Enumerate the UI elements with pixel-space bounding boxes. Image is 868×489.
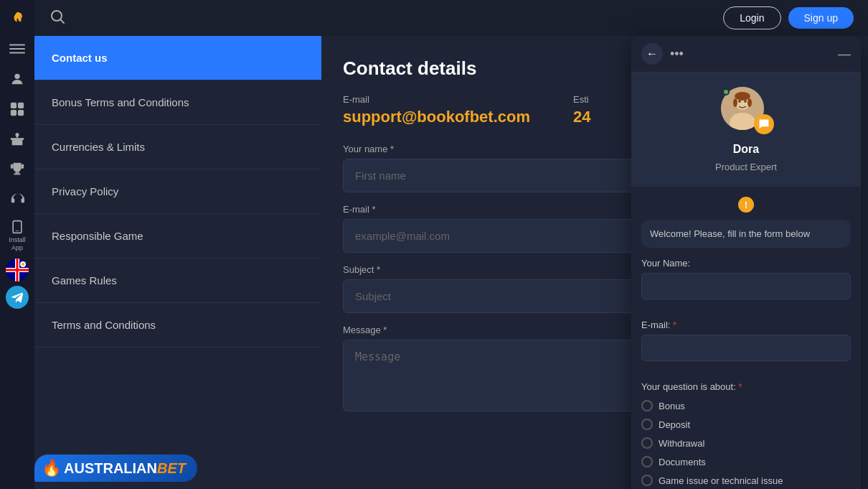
chat-widget: ← ••• — <box>631 36 861 489</box>
chat-email-input[interactable] <box>641 335 851 361</box>
chat-agent-area: Dora Product Expert <box>631 73 861 187</box>
radio-withdrawal[interactable]: Withdrawal <box>641 434 851 452</box>
radio-game-issue[interactable]: Game issue or technical issue <box>641 471 851 489</box>
chat-question-label: Your question is about: * <box>641 381 851 392</box>
radio-deposit[interactable]: Deposit <box>641 415 851 434</box>
left-nav: Contact us Bonus Terms and Conditions Cu… <box>34 36 321 489</box>
radio-circle <box>641 456 653 467</box>
nav-privacy[interactable]: Privacy Policy <box>34 169 321 214</box>
logo-flame-icon: 🔥 <box>42 459 61 478</box>
svg-rect-10 <box>11 138 24 140</box>
radio-documents[interactable]: Documents <box>641 452 851 471</box>
search-icon[interactable] <box>50 9 65 27</box>
svg-line-1 <box>60 19 64 23</box>
svg-point-26 <box>747 98 752 107</box>
est-label: Esti <box>573 94 590 105</box>
chat-info-badge: ! <box>738 197 754 213</box>
radio-circle <box>641 419 653 430</box>
radio-circle <box>641 475 653 486</box>
svg-rect-8 <box>11 110 16 116</box>
chat-header: ← ••• — <box>631 36 861 73</box>
chat-options-icon[interactable]: ••• <box>670 47 684 62</box>
chat-email-group: E-mail: * <box>641 320 851 370</box>
chat-name-input[interactable] <box>641 273 851 299</box>
svg-rect-6 <box>11 103 16 108</box>
svg-point-24 <box>735 92 750 101</box>
bottom-logo: 🔥 AUSTRALIANBET <box>34 455 197 482</box>
nav-contact-us[interactable]: Contact us <box>34 36 321 80</box>
svg-rect-7 <box>18 103 24 108</box>
logo-icon[interactable] <box>4 6 30 32</box>
flag-australia-icon[interactable] <box>6 259 29 281</box>
svg-rect-12 <box>15 172 19 174</box>
chat-email-label: E-mail: * <box>641 320 851 330</box>
install-app-button[interactable]: InstallApp <box>9 220 26 251</box>
site-logo: 🔥 AUSTRALIANBET <box>34 455 197 482</box>
gift-icon[interactable] <box>4 126 30 152</box>
svg-rect-3 <box>9 48 25 50</box>
radio-bonus[interactable]: Bonus <box>641 396 851 415</box>
est-value: 24 <box>573 108 590 126</box>
nav-games-rules[interactable]: Games Rules <box>34 259 321 303</box>
nav-bonus-terms[interactable]: Bonus Terms and Conditions <box>34 80 321 125</box>
telegram-icon[interactable] <box>6 286 29 309</box>
agent-name: Dora <box>733 143 759 156</box>
chat-body: ! Welcome! Please, fill in the form belo… <box>631 187 861 489</box>
games-icon[interactable] <box>4 96 30 122</box>
nav-currencies[interactable]: Currencies & Limits <box>34 125 321 169</box>
headset-icon[interactable] <box>4 187 30 213</box>
email-label: E-mail <box>343 94 530 105</box>
chat-minimize-button[interactable]: — <box>838 47 851 62</box>
online-status-dot <box>722 88 730 96</box>
nav-responsible[interactable]: Responsible Game <box>34 214 321 259</box>
chat-name-group: Your Name: <box>641 258 851 308</box>
svg-rect-15 <box>15 230 19 231</box>
svg-rect-11 <box>12 140 23 145</box>
trophy-icon[interactable] <box>4 157 30 182</box>
svg-point-18 <box>22 263 24 266</box>
top-bar: Login Sign up <box>0 0 868 36</box>
chat-header-left: ← ••• <box>641 43 684 65</box>
radio-circle <box>641 400 653 411</box>
agent-avatar-wrap <box>721 87 771 137</box>
radio-circle <box>641 437 653 449</box>
svg-rect-9 <box>18 110 24 116</box>
user-icon[interactable] <box>4 66 30 92</box>
left-sidebar: InstallApp <box>0 0 34 489</box>
svg-point-25 <box>733 98 737 107</box>
agent-title: Product Expert <box>715 162 777 172</box>
welcome-message: Welcome! Please, fill in the form below <box>641 220 851 248</box>
chat-name-label: Your Name: <box>641 258 851 269</box>
email-value: support@bookofbet.com <box>343 108 530 126</box>
svg-rect-4 <box>9 52 25 54</box>
svg-rect-13 <box>14 174 20 175</box>
chat-bubble-icon <box>754 114 774 134</box>
svg-rect-14 <box>13 221 22 233</box>
chat-back-button[interactable]: ← <box>641 43 663 65</box>
menu-icon[interactable] <box>4 36 30 62</box>
signup-button[interactable]: Sign up <box>788 7 854 29</box>
svg-point-5 <box>14 74 19 79</box>
svg-rect-2 <box>9 45 25 46</box>
nav-terms[interactable]: Terms and Conditions <box>34 303 321 348</box>
chat-question-group: Your question is about: * Bonus Deposit … <box>641 381 851 489</box>
login-button[interactable]: Login <box>723 6 780 29</box>
